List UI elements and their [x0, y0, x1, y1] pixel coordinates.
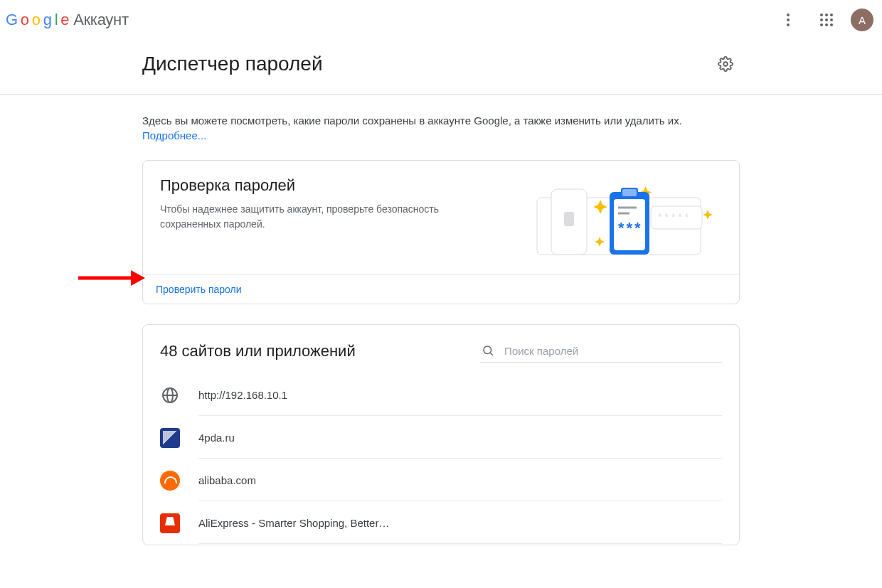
logo-letter-e: e [60, 11, 69, 29]
svg-point-0 [723, 62, 728, 66]
svg-line-14 [491, 353, 493, 356]
site-favicon-icon [160, 471, 180, 491]
google-account-logo[interactable]: Google Аккаунт [6, 11, 129, 29]
google-apps-button[interactable] [812, 6, 841, 34]
password-list-card: 48 сайтов или приложений http://192.168.… [142, 324, 740, 545]
logo-letter-l: l [55, 11, 58, 29]
svg-rect-9 [622, 189, 637, 196]
password-row[interactable]: alibaba.com [160, 459, 722, 502]
checkup-title: Проверка паролей [160, 176, 511, 195]
annotation-arrow [77, 267, 145, 289]
checkup-illustration: ***** *** [523, 176, 722, 262]
svg-rect-3 [564, 212, 574, 226]
svg-text:*****: ***** [658, 211, 691, 223]
site-favicon-icon [160, 513, 180, 533]
password-row-label: alibaba.com [198, 471, 722, 501]
logo-letter-g2: g [43, 11, 52, 29]
password-row[interactable]: 4pda.ru [160, 417, 722, 459]
password-row-label: http://192.168.10.1 [198, 386, 722, 416]
logo-letter-g: G [6, 11, 18, 29]
password-checkup-card: Проверка паролей Чтобы надежнее защитить… [142, 160, 740, 304]
svg-point-13 [484, 346, 492, 354]
page-title: Диспетчер паролей [142, 53, 323, 75]
password-row-label: 4pda.ru [198, 429, 722, 459]
gear-icon [718, 56, 733, 72]
password-list-heading: 48 сайтов или приложений [160, 342, 356, 360]
learn-more-link[interactable]: Подробнее... [142, 129, 206, 141]
avatar[interactable]: А [851, 9, 873, 31]
logo-letter-o1: o [21, 11, 29, 29]
password-search[interactable] [480, 339, 722, 363]
intro-text: Здесь вы можете посмотреть, какие пароли… [142, 113, 740, 143]
check-passwords-link[interactable]: Проверить пароли [156, 284, 242, 295]
logo-suffix: Аккаунт [73, 11, 129, 29]
svg-text:***: *** [618, 219, 643, 237]
password-row-label: AliExpress - Smarter Shopping, Better… [198, 514, 722, 544]
site-favicon-icon [160, 428, 180, 448]
checkup-description: Чтобы надежнее защитить аккаунт, проверь… [160, 202, 459, 232]
search-icon [482, 343, 494, 358]
password-search-input[interactable] [504, 345, 721, 357]
site-favicon-icon [160, 385, 180, 405]
avatar-initial: А [859, 14, 866, 26]
password-row[interactable]: AliExpress - Smarter Shopping, Better… [160, 502, 722, 545]
more-options-button[interactable] [774, 6, 802, 34]
settings-button[interactable] [711, 50, 740, 78]
logo-letter-o2: o [32, 11, 41, 29]
password-row[interactable]: http://192.168.10.1 [160, 374, 722, 417]
more-vert-icon [787, 14, 790, 26]
apps-grid-icon [820, 14, 833, 26]
